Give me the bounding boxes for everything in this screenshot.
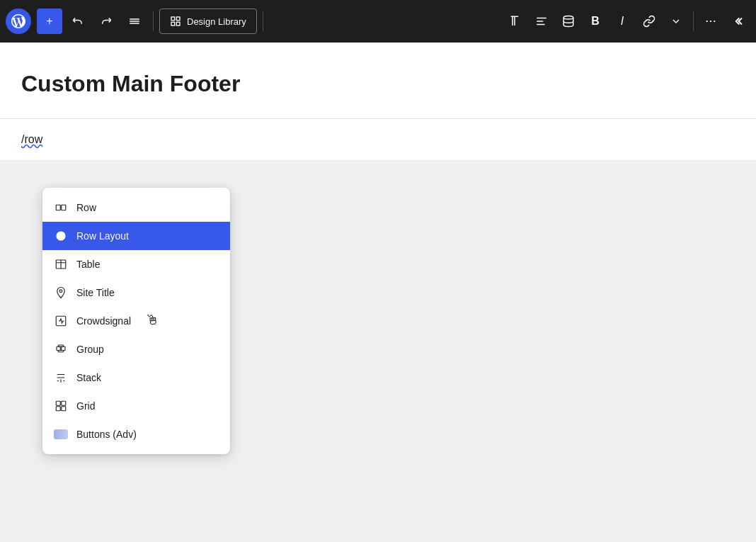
- bold-icon: B: [591, 15, 600, 28]
- paragraph-icon: [508, 15, 521, 28]
- menu-item-buttons-adv[interactable]: Buttons (Adv): [42, 420, 230, 448]
- chevron-down-icon: [670, 16, 682, 27]
- svg-rect-22: [56, 316, 66, 326]
- collapse-button[interactable]: [725, 9, 750, 34]
- design-library-label: Design Library: [187, 16, 246, 27]
- svg-rect-35: [62, 407, 66, 411]
- tools-icon: [128, 15, 141, 28]
- database-button[interactable]: [556, 9, 581, 34]
- page-editor: TITLE Custom Main Footer /row: [0, 43, 756, 161]
- svg-point-12: [710, 21, 711, 22]
- svg-rect-14: [56, 205, 60, 210]
- svg-rect-15: [62, 205, 66, 210]
- main-toolbar: + Design Library: [0, 0, 756, 43]
- chevron-button[interactable]: [663, 9, 689, 34]
- svg-rect-26: [58, 351, 64, 352]
- command-area[interactable]: /row: [0, 119, 756, 161]
- divider-1: [153, 11, 154, 31]
- more-options-icon: [704, 15, 717, 28]
- svg-rect-25: [58, 345, 64, 346]
- row-layout-icon: [54, 229, 68, 243]
- bold-button[interactable]: B: [583, 9, 608, 34]
- collapse-icon: [731, 15, 744, 28]
- more-options-button[interactable]: [698, 9, 723, 34]
- italic-icon: I: [621, 15, 624, 28]
- group-icon: [54, 342, 68, 356]
- link-icon: [643, 15, 655, 28]
- menu-item-grid[interactable]: Grid: [42, 392, 230, 420]
- svg-rect-32: [56, 401, 60, 405]
- align-button[interactable]: [529, 9, 554, 34]
- link-button[interactable]: [636, 9, 662, 34]
- content-area: TITLE Custom Main Footer /row Ro: [0, 43, 756, 542]
- svg-rect-24: [62, 346, 65, 350]
- menu-item-stack[interactable]: Stack: [42, 363, 230, 392]
- add-button[interactable]: +: [37, 9, 62, 34]
- menu-item-row-layout[interactable]: Row Layout: [42, 222, 230, 250]
- svg-rect-3: [171, 17, 175, 21]
- menu-item-table-label: Table: [76, 259, 100, 270]
- table-icon: [54, 257, 68, 271]
- toolbar-right: B I: [502, 9, 750, 34]
- command-text: /row: [21, 133, 42, 145]
- design-library-button[interactable]: Design Library: [159, 9, 257, 34]
- block-inserter-dropdown: Row Row Layout Table: [42, 188, 230, 454]
- divider-2: [263, 11, 263, 31]
- crowdsignal-icon: [54, 314, 68, 328]
- svg-rect-34: [56, 407, 60, 411]
- menu-item-crowdsignal-label: Crowdsignal: [76, 315, 131, 327]
- svg-point-13: [714, 21, 715, 22]
- italic-button[interactable]: I: [609, 9, 635, 34]
- wp-logo-icon: [11, 14, 25, 28]
- row-icon: [54, 201, 68, 215]
- menu-item-stack-label: Stack: [76, 372, 101, 383]
- page-title: Custom Main Footer: [21, 71, 735, 97]
- divider-3: [693, 11, 694, 31]
- undo-button[interactable]: [65, 9, 91, 34]
- svg-rect-33: [62, 401, 66, 405]
- site-title-icon: [54, 286, 68, 300]
- align-icon: [535, 15, 548, 28]
- menu-item-table[interactable]: Table: [42, 250, 230, 278]
- design-library-icon: [170, 16, 181, 27]
- svg-point-11: [706, 21, 708, 22]
- tools-button[interactable]: [122, 9, 147, 34]
- menu-item-grid-label: Grid: [76, 400, 95, 412]
- grid-icon: [54, 399, 68, 413]
- svg-point-17: [59, 235, 62, 237]
- menu-item-site-title[interactable]: Site Title: [42, 278, 230, 307]
- database-icon: [562, 15, 575, 28]
- page-title-section[interactable]: Custom Main Footer: [0, 43, 756, 119]
- paragraph-button[interactable]: [502, 9, 527, 34]
- menu-item-site-title-label: Site Title: [76, 287, 115, 298]
- redo-icon: [100, 15, 113, 28]
- menu-item-buttons-adv-label: Buttons (Adv): [76, 429, 137, 440]
- menu-item-row-label: Row: [76, 202, 96, 213]
- svg-rect-5: [171, 22, 175, 26]
- svg-point-21: [59, 290, 62, 293]
- undo-icon: [71, 15, 84, 28]
- menu-item-row-layout-label: Row Layout: [76, 230, 129, 242]
- redo-button[interactable]: [93, 9, 119, 34]
- svg-rect-4: [176, 17, 180, 21]
- menu-item-group[interactable]: Group: [42, 335, 230, 363]
- menu-item-crowdsignal[interactable]: Crowdsignal: [42, 307, 230, 335]
- svg-point-10: [563, 16, 573, 20]
- svg-rect-23: [57, 346, 60, 350]
- wp-logo[interactable]: [6, 9, 31, 34]
- menu-item-row[interactable]: Row: [42, 193, 230, 222]
- svg-rect-6: [176, 22, 180, 26]
- buttons-adv-icon: [54, 427, 68, 441]
- menu-item-group-label: Group: [76, 344, 104, 355]
- stack-icon: [54, 371, 68, 385]
